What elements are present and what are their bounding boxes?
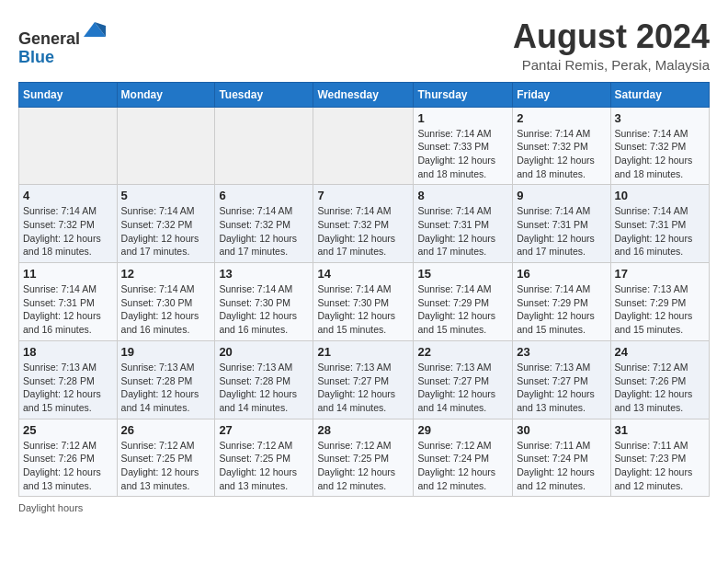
week-row-3: 11Sunrise: 7:14 AM Sunset: 7:31 PM Dayli… bbox=[19, 263, 710, 341]
day-number: 27 bbox=[219, 423, 309, 437]
day-info: Sunrise: 7:14 AM Sunset: 7:31 PM Dayligh… bbox=[417, 204, 508, 259]
calendar-cell: 10Sunrise: 7:14 AM Sunset: 7:31 PM Dayli… bbox=[610, 185, 709, 263]
logo-general-text: General bbox=[18, 29, 80, 48]
calendar-cell: 27Sunrise: 7:12 AM Sunset: 7:25 PM Dayli… bbox=[215, 419, 313, 497]
day-info: Sunrise: 7:13 AM Sunset: 7:27 PM Dayligh… bbox=[317, 361, 409, 415]
day-number: 11 bbox=[23, 267, 113, 281]
day-info: Sunrise: 7:14 AM Sunset: 7:29 PM Dayligh… bbox=[417, 282, 508, 337]
day-info: Sunrise: 7:14 AM Sunset: 7:32 PM Dayligh… bbox=[615, 127, 705, 181]
day-number: 28 bbox=[317, 423, 409, 437]
day-info: Sunrise: 7:14 AM Sunset: 7:30 PM Dayligh… bbox=[317, 282, 409, 337]
day-info: Sunrise: 7:12 AM Sunset: 7:25 PM Dayligh… bbox=[317, 439, 409, 493]
title-block: August 2024 Pantai Remis, Perak, Malaysi… bbox=[513, 18, 710, 73]
day-info: Sunrise: 7:14 AM Sunset: 7:32 PM Dayligh… bbox=[317, 204, 409, 259]
day-number: 31 bbox=[615, 423, 705, 437]
weekday-header-saturday: Saturday bbox=[610, 82, 709, 107]
day-info: Sunrise: 7:14 AM Sunset: 7:31 PM Dayligh… bbox=[517, 204, 606, 259]
day-number: 7 bbox=[317, 189, 409, 202]
day-info: Sunrise: 7:13 AM Sunset: 7:28 PM Dayligh… bbox=[219, 361, 309, 415]
calendar-cell: 15Sunrise: 7:14 AM Sunset: 7:29 PM Dayli… bbox=[414, 263, 513, 341]
day-number: 1 bbox=[417, 111, 508, 125]
day-info: Sunrise: 7:11 AM Sunset: 7:23 PM Dayligh… bbox=[615, 439, 705, 493]
day-number: 18 bbox=[23, 345, 113, 359]
day-info: Sunrise: 7:12 AM Sunset: 7:26 PM Dayligh… bbox=[23, 439, 113, 493]
day-number: 3 bbox=[615, 111, 705, 125]
day-number: 17 bbox=[615, 267, 705, 281]
calendar-cell: 8Sunrise: 7:14 AM Sunset: 7:31 PM Daylig… bbox=[414, 185, 513, 263]
day-info: Sunrise: 7:12 AM Sunset: 7:25 PM Dayligh… bbox=[219, 439, 309, 493]
calendar-cell bbox=[117, 107, 215, 185]
day-info: Sunrise: 7:14 AM Sunset: 7:30 PM Dayligh… bbox=[121, 282, 211, 337]
calendar-cell: 16Sunrise: 7:14 AM Sunset: 7:29 PM Dayli… bbox=[513, 263, 610, 341]
day-info: Sunrise: 7:14 AM Sunset: 7:30 PM Dayligh… bbox=[219, 282, 309, 337]
calendar-cell bbox=[313, 107, 414, 185]
week-row-2: 4Sunrise: 7:14 AM Sunset: 7:32 PM Daylig… bbox=[19, 185, 710, 263]
day-info: Sunrise: 7:14 AM Sunset: 7:33 PM Dayligh… bbox=[417, 127, 508, 181]
calendar-cell: 30Sunrise: 7:11 AM Sunset: 7:24 PM Dayli… bbox=[513, 419, 610, 497]
calendar-cell: 26Sunrise: 7:12 AM Sunset: 7:25 PM Dayli… bbox=[117, 419, 215, 497]
day-info: Sunrise: 7:13 AM Sunset: 7:28 PM Dayligh… bbox=[23, 361, 113, 415]
weekday-header-monday: Monday bbox=[117, 82, 215, 107]
logo-icon bbox=[82, 18, 108, 44]
calendar-cell: 28Sunrise: 7:12 AM Sunset: 7:25 PM Dayli… bbox=[313, 419, 414, 497]
day-number: 2 bbox=[517, 111, 606, 125]
weekday-header-tuesday: Tuesday bbox=[215, 82, 313, 107]
calendar-cell: 29Sunrise: 7:12 AM Sunset: 7:24 PM Dayli… bbox=[414, 419, 513, 497]
week-row-4: 18Sunrise: 7:13 AM Sunset: 7:28 PM Dayli… bbox=[19, 340, 710, 419]
header: General Blue August 2024 Pantai Remis, P… bbox=[18, 18, 710, 73]
day-number: 13 bbox=[219, 267, 309, 281]
day-number: 6 bbox=[219, 189, 309, 202]
day-info: Sunrise: 7:13 AM Sunset: 7:29 PM Dayligh… bbox=[615, 282, 705, 337]
calendar-cell: 7Sunrise: 7:14 AM Sunset: 7:32 PM Daylig… bbox=[313, 185, 414, 263]
week-row-1: 1Sunrise: 7:14 AM Sunset: 7:33 PM Daylig… bbox=[19, 107, 710, 185]
day-info: Sunrise: 7:14 AM Sunset: 7:32 PM Dayligh… bbox=[121, 204, 211, 259]
day-info: Sunrise: 7:12 AM Sunset: 7:24 PM Dayligh… bbox=[417, 439, 508, 493]
day-number: 22 bbox=[417, 345, 508, 359]
calendar-table: SundayMondayTuesdayWednesdayThursdayFrid… bbox=[18, 82, 710, 498]
day-number: 20 bbox=[219, 345, 309, 359]
calendar-cell: 17Sunrise: 7:13 AM Sunset: 7:29 PM Dayli… bbox=[610, 263, 709, 341]
calendar-cell bbox=[215, 107, 313, 185]
day-info: Sunrise: 7:14 AM Sunset: 7:32 PM Dayligh… bbox=[219, 204, 309, 259]
day-number: 5 bbox=[121, 189, 211, 202]
weekday-header-wednesday: Wednesday bbox=[313, 82, 414, 107]
day-info: Sunrise: 7:14 AM Sunset: 7:32 PM Dayligh… bbox=[517, 127, 606, 181]
day-number: 12 bbox=[121, 267, 211, 281]
weekday-header-sunday: Sunday bbox=[19, 82, 118, 107]
calendar-cell: 22Sunrise: 7:13 AM Sunset: 7:27 PM Dayli… bbox=[414, 340, 513, 419]
day-number: 19 bbox=[121, 345, 211, 359]
day-number: 14 bbox=[317, 267, 409, 281]
day-number: 16 bbox=[517, 267, 606, 281]
day-info: Sunrise: 7:13 AM Sunset: 7:28 PM Dayligh… bbox=[121, 361, 211, 415]
calendar-cell: 18Sunrise: 7:13 AM Sunset: 7:28 PM Dayli… bbox=[19, 340, 118, 419]
calendar-cell: 21Sunrise: 7:13 AM Sunset: 7:27 PM Dayli… bbox=[313, 340, 414, 419]
weekday-header-friday: Friday bbox=[513, 82, 610, 107]
location: Pantai Remis, Perak, Malaysia bbox=[513, 57, 710, 73]
calendar-cell: 19Sunrise: 7:13 AM Sunset: 7:28 PM Dayli… bbox=[117, 340, 215, 419]
calendar-cell: 11Sunrise: 7:14 AM Sunset: 7:31 PM Dayli… bbox=[19, 263, 118, 341]
day-number: 24 bbox=[615, 345, 705, 359]
calendar-cell: 2Sunrise: 7:14 AM Sunset: 7:32 PM Daylig… bbox=[513, 107, 610, 185]
month-year: August 2024 bbox=[513, 18, 710, 55]
footer-note: Daylight hours bbox=[18, 502, 710, 513]
calendar-cell: 9Sunrise: 7:14 AM Sunset: 7:31 PM Daylig… bbox=[513, 185, 610, 263]
day-number: 21 bbox=[317, 345, 409, 359]
calendar-cell: 14Sunrise: 7:14 AM Sunset: 7:30 PM Dayli… bbox=[313, 263, 414, 341]
calendar-cell: 13Sunrise: 7:14 AM Sunset: 7:30 PM Dayli… bbox=[215, 263, 313, 341]
day-number: 4 bbox=[23, 189, 113, 202]
weekday-header-thursday: Thursday bbox=[414, 82, 513, 107]
calendar-cell: 20Sunrise: 7:13 AM Sunset: 7:28 PM Dayli… bbox=[215, 340, 313, 419]
day-info: Sunrise: 7:12 AM Sunset: 7:25 PM Dayligh… bbox=[121, 439, 211, 493]
logo-blue-text: Blue bbox=[18, 48, 54, 66]
day-info: Sunrise: 7:14 AM Sunset: 7:31 PM Dayligh… bbox=[615, 204, 705, 259]
day-info: Sunrise: 7:12 AM Sunset: 7:26 PM Dayligh… bbox=[615, 361, 705, 415]
calendar-cell: 25Sunrise: 7:12 AM Sunset: 7:26 PM Dayli… bbox=[19, 419, 118, 497]
day-info: Sunrise: 7:14 AM Sunset: 7:31 PM Dayligh… bbox=[23, 282, 113, 337]
calendar-cell: 3Sunrise: 7:14 AM Sunset: 7:32 PM Daylig… bbox=[610, 107, 709, 185]
day-info: Sunrise: 7:13 AM Sunset: 7:27 PM Dayligh… bbox=[417, 361, 508, 415]
weekday-header-row: SundayMondayTuesdayWednesdayThursdayFrid… bbox=[19, 82, 710, 107]
calendar-cell: 4Sunrise: 7:14 AM Sunset: 7:32 PM Daylig… bbox=[19, 185, 118, 263]
day-number: 23 bbox=[517, 345, 606, 359]
day-number: 26 bbox=[121, 423, 211, 437]
calendar-cell: 31Sunrise: 7:11 AM Sunset: 7:23 PM Dayli… bbox=[610, 419, 709, 497]
